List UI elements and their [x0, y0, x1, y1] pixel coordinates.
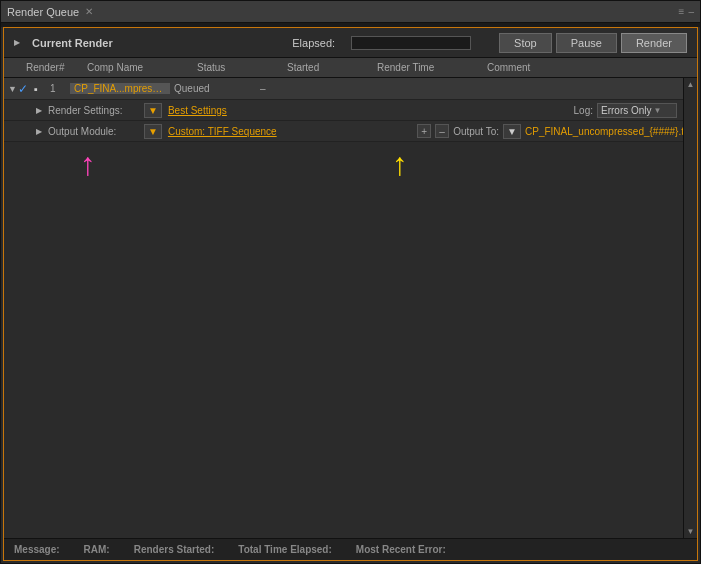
render-buttons: Stop Pause Render: [499, 33, 687, 53]
current-render-bar: ▶ Current Render Elapsed: Stop Pause Ren…: [4, 28, 697, 58]
yellow-arrow-icon: ↑: [392, 148, 408, 180]
menu-icon[interactable]: ≡: [679, 6, 685, 17]
render-settings-dropdown[interactable]: ▼: [144, 103, 162, 118]
title-bar-right: ≡ –: [679, 6, 694, 17]
output-to-dropdown[interactable]: ▼: [503, 124, 521, 139]
pause-button[interactable]: Pause: [556, 33, 617, 53]
col-comp-header: Comp Name: [87, 62, 197, 73]
output-module-row: ▶ Output Module: ▼ Custom: TIFF Sequence…: [4, 121, 697, 141]
status-bar: Message: RAM: Renders Started: Total Tim…: [4, 538, 697, 560]
recent-error-item: Most Recent Error:: [356, 544, 446, 555]
annotation-arrows: ↑ ↑: [4, 142, 697, 222]
column-header-row: Render # Comp Name Status Started Render…: [4, 58, 697, 78]
output-toggle[interactable]: ▶: [36, 127, 42, 136]
scroll-down-button[interactable]: ▼: [687, 527, 695, 536]
settings-toggle[interactable]: ▶: [36, 106, 42, 115]
renders-started-label: Renders Started:: [134, 544, 215, 555]
col-hash-header: #: [59, 62, 87, 73]
output-controls: + – Output To: ▼ CP_FINAL_uncompressed_{…: [417, 124, 697, 139]
pink-arrow-icon: ↑: [80, 148, 96, 180]
started-cell: –: [260, 83, 350, 94]
queue-area: ▼ ✓ ▪ 1 CP_FINA...mpressed Queued – ▶ Re…: [4, 78, 697, 538]
render-settings-label: Render Settings:: [48, 105, 138, 116]
stop-button[interactable]: Stop: [499, 33, 552, 53]
row-number: 1: [50, 83, 70, 94]
total-time-item: Total Time Elapsed:: [238, 544, 332, 555]
elapsed-bar: [351, 36, 471, 50]
render-settings-row: ▶ Render Settings: ▼ Best Settings Log: …: [4, 100, 697, 120]
col-render-header: Render: [4, 62, 59, 73]
message-item: Message:: [14, 544, 60, 555]
ram-item: RAM:: [84, 544, 110, 555]
ram-label: RAM:: [84, 544, 110, 555]
log-dropdown-arrow-icon: ▼: [654, 106, 662, 115]
output-module-label: Output Module:: [48, 126, 138, 137]
output-path[interactable]: CP_FINAL_uncompressed_{####}.tif: [525, 126, 689, 137]
log-dropdown[interactable]: Errors Only ▼: [597, 103, 677, 118]
dropdown-arrow-icon: ▼: [148, 105, 158, 116]
output-to-label: Output To:: [453, 126, 499, 137]
close-icon[interactable]: ✕: [85, 6, 93, 17]
output-dropdown-arrow-icon: ▼: [148, 126, 158, 137]
remove-output-button[interactable]: –: [435, 124, 449, 138]
title-bar: Render Queue ✕ ≡ –: [1, 1, 700, 23]
log-section: Log: Errors Only ▼: [574, 103, 697, 118]
current-render-toggle[interactable]: ▶: [14, 38, 20, 47]
output-module-value[interactable]: Custom: TIFF Sequence: [168, 126, 277, 137]
col-comment-header: Comment: [487, 62, 697, 73]
collapse-icon[interactable]: –: [688, 6, 694, 17]
scroll-up-button[interactable]: ▲: [687, 80, 695, 89]
render-queue-window: Render Queue ✕ ≡ – ▶ Current Render Elap…: [0, 0, 701, 564]
output-to-dropdown-arrow-icon: ▼: [507, 126, 517, 137]
col-status-header: Status: [197, 62, 287, 73]
table-row[interactable]: ▼ ✓ ▪ 1 CP_FINA...mpressed Queued –: [4, 78, 697, 100]
recent-error-label: Most Recent Error:: [356, 544, 446, 555]
title-bar-left: Render Queue ✕: [7, 6, 93, 18]
scrollbar[interactable]: ▲ ▼: [683, 78, 697, 538]
window-title: Render Queue: [7, 6, 79, 18]
row-icon: ▪: [34, 83, 50, 95]
total-time-label: Total Time Elapsed:: [238, 544, 332, 555]
elapsed-label: Elapsed:: [292, 37, 335, 49]
render-button[interactable]: Render: [621, 33, 687, 53]
log-label: Log:: [574, 105, 593, 116]
status-cell: Queued: [170, 83, 260, 94]
comp-name-cell[interactable]: CP_FINA...mpressed: [70, 83, 170, 94]
output-module-dropdown[interactable]: ▼: [144, 124, 162, 139]
message-label: Message:: [14, 544, 60, 555]
log-value: Errors Only: [601, 105, 652, 116]
render-settings-section: ▶ Render Settings: ▼ Best Settings Log: …: [4, 100, 697, 121]
add-output-button[interactable]: +: [417, 124, 431, 138]
best-settings-link[interactable]: Best Settings: [168, 105, 227, 116]
window-inner: ▶ Current Render Elapsed: Stop Pause Ren…: [3, 27, 698, 561]
current-render-label: Current Render: [32, 37, 113, 49]
output-module-section: ▶ Output Module: ▼ Custom: TIFF Sequence…: [4, 121, 697, 142]
col-rendertime-header: Render Time: [377, 62, 487, 73]
renders-started-item: Renders Started:: [134, 544, 215, 555]
row-toggle[interactable]: ▼: [4, 84, 18, 94]
row-checkbox[interactable]: ✓: [18, 82, 34, 96]
col-started-header: Started: [287, 62, 377, 73]
